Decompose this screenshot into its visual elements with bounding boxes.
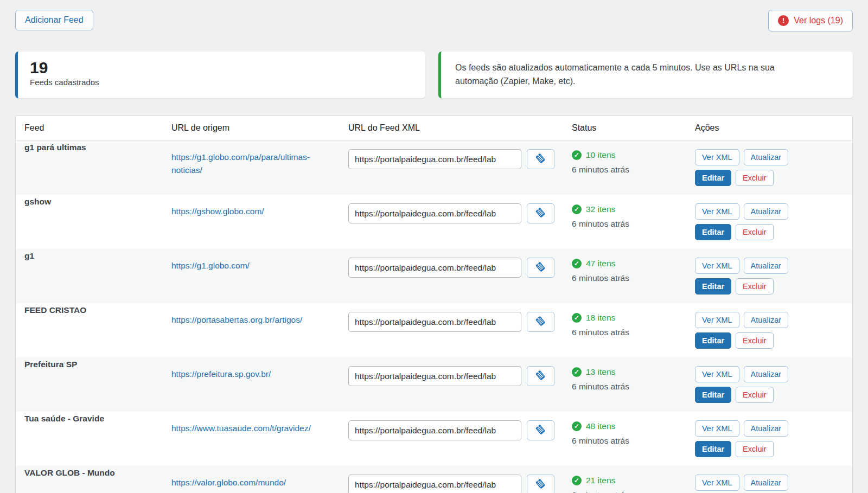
last-updated: 6 minutos atrás	[572, 328, 678, 337]
clipboard-icon	[534, 478, 547, 492]
check-circle-icon: ✓	[572, 150, 582, 160]
delete-button[interactable]: Excluir	[736, 332, 774, 349]
table-row: g1 pará ultimas https://g1.globo.com/pa/…	[16, 140, 852, 195]
view-xml-button[interactable]: Ver XML	[695, 366, 739, 382]
table-row: FEED CRISTAO https://portasabertas.org.b…	[16, 303, 852, 357]
view-logs-button[interactable]: ! Ver logs (19)	[768, 10, 853, 31]
check-circle-icon: ✓	[572, 367, 582, 377]
source-url-link[interactable]: https://portasabertas.org.br/artigos/	[171, 312, 302, 326]
update-button[interactable]: Atualizar	[744, 258, 788, 274]
copy-feed-url-button[interactable]	[527, 203, 554, 223]
feed-xml-url-input[interactable]	[348, 312, 521, 332]
update-button[interactable]: Atualizar	[744, 475, 788, 491]
delete-button[interactable]: Excluir	[736, 441, 774, 457]
items-count: 47 itens	[586, 259, 615, 268]
delete-button[interactable]: Excluir	[736, 278, 774, 294]
delete-button[interactable]: Excluir	[736, 170, 774, 186]
feed-name: Prefeitura SP	[16, 357, 163, 412]
copy-feed-url-button[interactable]	[527, 475, 554, 493]
update-button[interactable]: Atualizar	[744, 312, 788, 328]
copy-feed-url-button[interactable]	[527, 420, 554, 440]
feed-name: VALOR GLOB - Mundo	[16, 466, 163, 493]
feed-name: g1 pará ultimas	[16, 140, 163, 195]
clipboard-icon	[534, 424, 547, 438]
table-row: g1 https://g1.globo.com/	[16, 249, 852, 303]
edit-button[interactable]: Editar	[695, 332, 731, 349]
edit-button[interactable]: Editar	[695, 170, 731, 186]
column-header-source: URL de origem	[163, 116, 340, 140]
feed-xml-url-input[interactable]	[348, 475, 521, 493]
clipboard-icon	[534, 369, 547, 383]
source-url-link[interactable]: https://g1.globo.com/	[171, 258, 250, 272]
view-xml-button[interactable]: Ver XML	[695, 420, 739, 437]
source-url-link[interactable]: https://valor.globo.com/mundo/	[171, 475, 286, 489]
column-header-feed: Feed	[16, 116, 163, 140]
table-row: VALOR GLOB - Mundo https://valor.globo.c…	[16, 466, 852, 493]
last-updated: 6 minutos atrás	[572, 436, 678, 446]
toolbar: Adicionar Feed ! Ver logs (19)	[15, 10, 853, 31]
clipboard-icon	[534, 207, 547, 221]
items-count: 21 itens	[586, 476, 615, 485]
copy-feed-url-button[interactable]	[527, 149, 554, 169]
update-button[interactable]: Atualizar	[744, 149, 788, 165]
clipboard-icon	[534, 315, 547, 329]
column-header-xml: URL do Feed XML	[340, 116, 563, 140]
last-updated: 6 minutos atrás	[572, 490, 678, 493]
check-circle-icon: ✓	[572, 421, 582, 431]
items-count: 32 itens	[586, 204, 615, 214]
last-updated: 6 minutos atrás	[572, 382, 678, 392]
feed-name: Tua saúde - Gravide	[16, 412, 163, 466]
source-url-link[interactable]: https://g1.globo.com/pa/para/ultimas-not…	[171, 149, 331, 177]
summary-cards: 19 Feeds cadastrados Os feeds são atuali…	[15, 52, 853, 98]
view-xml-button[interactable]: Ver XML	[695, 475, 739, 491]
view-xml-button[interactable]: Ver XML	[695, 258, 739, 274]
view-xml-button[interactable]: Ver XML	[695, 203, 739, 220]
source-url-link[interactable]: https://gshow.globo.com/	[171, 203, 264, 218]
view-xml-button[interactable]: Ver XML	[695, 312, 739, 328]
last-updated: 6 minutos atrás	[572, 273, 678, 283]
copy-feed-url-button[interactable]	[527, 258, 554, 278]
feed-count-card: 19 Feeds cadastrados	[15, 52, 425, 98]
table-row: Tua saúde - Gravide https://www.tuasaude…	[16, 412, 852, 466]
clipboard-icon	[534, 152, 547, 167]
source-url-link[interactable]: https://www.tuasaude.com/t/gravidez/	[171, 420, 311, 435]
copy-feed-url-button[interactable]	[527, 366, 554, 386]
table-row: gshow https://gshow.globo.com/	[16, 195, 852, 249]
feed-name: FEED CRISTAO	[16, 303, 163, 357]
auto-update-info-text: Os feeds são atualizados automaticamente…	[455, 61, 813, 88]
feed-xml-url-input[interactable]	[348, 420, 521, 440]
items-count: 10 itens	[586, 150, 615, 160]
update-button[interactable]: Atualizar	[744, 366, 788, 382]
feed-name: gshow	[16, 195, 163, 249]
copy-feed-url-button[interactable]	[527, 312, 554, 332]
update-button[interactable]: Atualizar	[744, 203, 788, 220]
view-xml-button[interactable]: Ver XML	[695, 149, 739, 165]
add-feed-button-label: Adicionar Feed	[25, 15, 84, 25]
feed-xml-url-input[interactable]	[348, 258, 521, 278]
edit-button[interactable]: Editar	[695, 387, 731, 403]
last-updated: 6 minutos atrás	[572, 219, 678, 229]
auto-update-info-card: Os feeds são atualizados automaticamente…	[438, 52, 853, 98]
feed-name: g1	[16, 249, 163, 303]
feed-count-value: 19	[30, 59, 413, 76]
add-feed-button[interactable]: Adicionar Feed	[15, 10, 93, 30]
feed-table-container: Feed URL de origem URL do Feed XML Statu…	[15, 116, 853, 493]
source-url-link[interactable]: https://prefeitura.sp.gov.br/	[171, 366, 271, 381]
feed-xml-url-input[interactable]	[348, 149, 521, 169]
feed-xml-url-input[interactable]	[348, 366, 521, 386]
edit-button[interactable]: Editar	[695, 224, 731, 240]
delete-button[interactable]: Excluir	[736, 224, 774, 240]
feed-table-header: Feed URL de origem URL do Feed XML Statu…	[16, 116, 852, 140]
view-logs-button-label: Ver logs (19)	[794, 16, 843, 25]
feed-table: Feed URL de origem URL do Feed XML Statu…	[16, 116, 852, 493]
check-circle-icon: ✓	[572, 476, 582, 485]
edit-button[interactable]: Editar	[695, 278, 731, 294]
delete-button[interactable]: Excluir	[736, 387, 774, 403]
update-button[interactable]: Atualizar	[744, 420, 788, 437]
feed-count-label: Feeds cadastrados	[30, 78, 413, 87]
edit-button[interactable]: Editar	[695, 441, 731, 457]
feed-xml-url-input[interactable]	[348, 203, 521, 223]
items-count: 13 itens	[586, 367, 615, 377]
clipboard-icon	[534, 261, 547, 275]
column-header-actions: Ações	[686, 116, 852, 140]
